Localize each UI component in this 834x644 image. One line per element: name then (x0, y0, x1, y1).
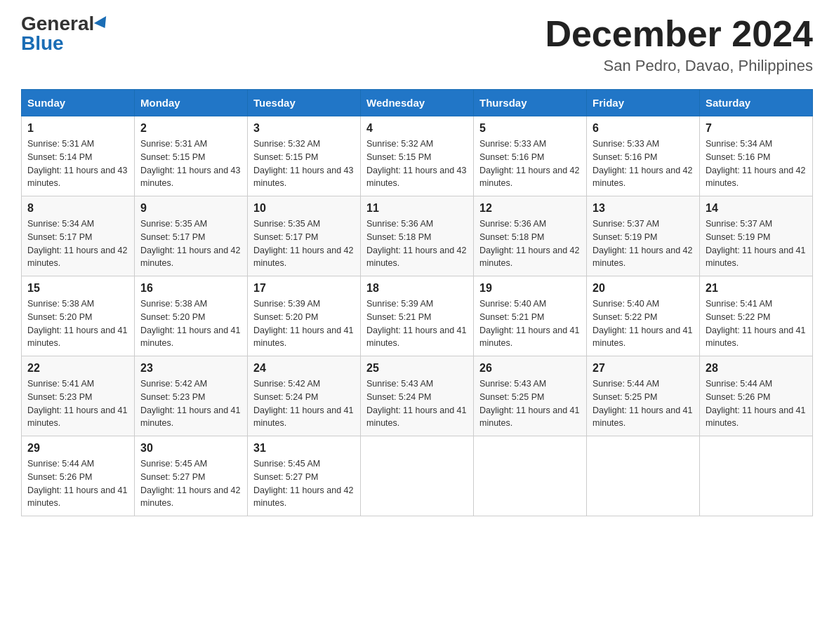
table-row: 20 Sunrise: 5:40 AM Sunset: 5:22 PM Dayl… (587, 276, 700, 356)
logo-general-text: General (21, 14, 94, 34)
day-number: 19 (479, 282, 581, 295)
table-row: 14 Sunrise: 5:37 AM Sunset: 5:19 PM Dayl… (700, 196, 813, 276)
table-row: 4 Sunrise: 5:32 AM Sunset: 5:15 PM Dayli… (361, 116, 474, 196)
header-monday: Monday (135, 90, 248, 116)
day-info: Sunrise: 5:31 AM Sunset: 5:14 PM Dayligh… (27, 137, 128, 190)
table-row: 29 Sunrise: 5:44 AM Sunset: 5:26 PM Dayl… (22, 436, 135, 516)
day-number: 21 (706, 282, 807, 295)
table-row: 30 Sunrise: 5:45 AM Sunset: 5:27 PM Dayl… (135, 436, 248, 516)
day-info: Sunrise: 5:44 AM Sunset: 5:25 PM Dayligh… (593, 377, 694, 430)
day-number: 15 (27, 282, 128, 295)
day-info: Sunrise: 5:41 AM Sunset: 5:22 PM Dayligh… (706, 297, 807, 350)
location-subtitle: San Pedro, Davao, Philippines (545, 57, 813, 75)
day-info: Sunrise: 5:39 AM Sunset: 5:20 PM Dayligh… (253, 297, 355, 350)
day-info: Sunrise: 5:34 AM Sunset: 5:16 PM Dayligh… (706, 137, 807, 190)
table-row: 28 Sunrise: 5:44 AM Sunset: 5:26 PM Dayl… (700, 356, 813, 436)
day-number: 14 (706, 202, 807, 215)
page-header: General Blue December 2024 San Pedro, Da… (21, 14, 813, 75)
header-thursday: Thursday (474, 90, 587, 116)
table-row: 5 Sunrise: 5:33 AM Sunset: 5:16 PM Dayli… (474, 116, 587, 196)
day-info: Sunrise: 5:31 AM Sunset: 5:15 PM Dayligh… (140, 137, 241, 190)
header-tuesday: Tuesday (248, 90, 361, 116)
table-row: 23 Sunrise: 5:42 AM Sunset: 5:23 PM Dayl… (135, 356, 248, 436)
day-info: Sunrise: 5:32 AM Sunset: 5:15 PM Dayligh… (366, 137, 468, 190)
logo-blue-text: Blue (21, 34, 64, 53)
table-row: 8 Sunrise: 5:34 AM Sunset: 5:17 PM Dayli… (22, 196, 135, 276)
logo: General Blue (21, 14, 110, 53)
day-number: 17 (253, 282, 355, 295)
day-number: 9 (140, 202, 241, 215)
day-number: 8 (27, 202, 128, 215)
day-info: Sunrise: 5:42 AM Sunset: 5:24 PM Dayligh… (253, 377, 355, 430)
title-section: December 2024 San Pedro, Davao, Philippi… (545, 14, 813, 75)
table-row: 9 Sunrise: 5:35 AM Sunset: 5:17 PM Dayli… (135, 196, 248, 276)
table-row: 22 Sunrise: 5:41 AM Sunset: 5:23 PM Dayl… (22, 356, 135, 436)
day-number: 31 (253, 442, 355, 455)
calendar-week-row: 22 Sunrise: 5:41 AM Sunset: 5:23 PM Dayl… (22, 356, 813, 436)
weekday-header-row: Sunday Monday Tuesday Wednesday Thursday… (22, 90, 813, 116)
day-info: Sunrise: 5:36 AM Sunset: 5:18 PM Dayligh… (366, 217, 468, 270)
table-row: 2 Sunrise: 5:31 AM Sunset: 5:15 PM Dayli… (135, 116, 248, 196)
day-number: 25 (366, 362, 468, 375)
calendar-week-row: 15 Sunrise: 5:38 AM Sunset: 5:20 PM Dayl… (22, 276, 813, 356)
day-number: 13 (593, 202, 694, 215)
table-row: 17 Sunrise: 5:39 AM Sunset: 5:20 PM Dayl… (248, 276, 361, 356)
day-info: Sunrise: 5:34 AM Sunset: 5:17 PM Dayligh… (27, 217, 128, 270)
day-info: Sunrise: 5:33 AM Sunset: 5:16 PM Dayligh… (479, 137, 581, 190)
table-row: 7 Sunrise: 5:34 AM Sunset: 5:16 PM Dayli… (700, 116, 813, 196)
day-number: 6 (593, 122, 694, 135)
calendar-table: Sunday Monday Tuesday Wednesday Thursday… (21, 89, 813, 516)
table-row: 1 Sunrise: 5:31 AM Sunset: 5:14 PM Dayli… (22, 116, 135, 196)
day-number: 27 (593, 362, 694, 375)
table-row: 24 Sunrise: 5:42 AM Sunset: 5:24 PM Dayl… (248, 356, 361, 436)
table-row (361, 436, 474, 516)
table-row (700, 436, 813, 516)
table-row: 12 Sunrise: 5:36 AM Sunset: 5:18 PM Dayl… (474, 196, 587, 276)
table-row: 3 Sunrise: 5:32 AM Sunset: 5:15 PM Dayli… (248, 116, 361, 196)
table-row: 6 Sunrise: 5:33 AM Sunset: 5:16 PM Dayli… (587, 116, 700, 196)
table-row: 13 Sunrise: 5:37 AM Sunset: 5:19 PM Dayl… (587, 196, 700, 276)
day-info: Sunrise: 5:44 AM Sunset: 5:26 PM Dayligh… (706, 377, 807, 430)
day-info: Sunrise: 5:40 AM Sunset: 5:22 PM Dayligh… (593, 297, 694, 350)
header-sunday: Sunday (22, 90, 135, 116)
header-friday: Friday (587, 90, 700, 116)
day-number: 26 (479, 362, 581, 375)
day-number: 22 (27, 362, 128, 375)
day-info: Sunrise: 5:42 AM Sunset: 5:23 PM Dayligh… (140, 377, 241, 430)
day-number: 3 (253, 122, 355, 135)
day-info: Sunrise: 5:37 AM Sunset: 5:19 PM Dayligh… (706, 217, 807, 270)
day-info: Sunrise: 5:41 AM Sunset: 5:23 PM Dayligh… (27, 377, 128, 430)
table-row: 11 Sunrise: 5:36 AM Sunset: 5:18 PM Dayl… (361, 196, 474, 276)
day-info: Sunrise: 5:43 AM Sunset: 5:24 PM Dayligh… (366, 377, 468, 430)
day-number: 4 (366, 122, 468, 135)
calendar-week-row: 29 Sunrise: 5:44 AM Sunset: 5:26 PM Dayl… (22, 436, 813, 516)
day-info: Sunrise: 5:38 AM Sunset: 5:20 PM Dayligh… (140, 297, 241, 350)
table-row: 31 Sunrise: 5:45 AM Sunset: 5:27 PM Dayl… (248, 436, 361, 516)
day-number: 23 (140, 362, 241, 375)
table-row (474, 436, 587, 516)
table-row: 15 Sunrise: 5:38 AM Sunset: 5:20 PM Dayl… (22, 276, 135, 356)
day-number: 2 (140, 122, 241, 135)
day-number: 30 (140, 442, 241, 455)
day-info: Sunrise: 5:43 AM Sunset: 5:25 PM Dayligh… (479, 377, 581, 430)
day-info: Sunrise: 5:33 AM Sunset: 5:16 PM Dayligh… (593, 137, 694, 190)
day-info: Sunrise: 5:35 AM Sunset: 5:17 PM Dayligh… (140, 217, 241, 270)
day-number: 28 (706, 362, 807, 375)
month-title: December 2024 (545, 14, 813, 54)
logo-arrow-icon (94, 16, 111, 32)
table-row: 16 Sunrise: 5:38 AM Sunset: 5:20 PM Dayl… (135, 276, 248, 356)
table-row: 19 Sunrise: 5:40 AM Sunset: 5:21 PM Dayl… (474, 276, 587, 356)
day-info: Sunrise: 5:39 AM Sunset: 5:21 PM Dayligh… (366, 297, 468, 350)
calendar-week-row: 8 Sunrise: 5:34 AM Sunset: 5:17 PM Dayli… (22, 196, 813, 276)
table-row (587, 436, 700, 516)
day-number: 29 (27, 442, 128, 455)
day-number: 10 (253, 202, 355, 215)
day-number: 16 (140, 282, 241, 295)
table-row: 18 Sunrise: 5:39 AM Sunset: 5:21 PM Dayl… (361, 276, 474, 356)
day-number: 11 (366, 202, 468, 215)
header-saturday: Saturday (700, 90, 813, 116)
table-row: 10 Sunrise: 5:35 AM Sunset: 5:17 PM Dayl… (248, 196, 361, 276)
day-number: 24 (253, 362, 355, 375)
day-info: Sunrise: 5:35 AM Sunset: 5:17 PM Dayligh… (253, 217, 355, 270)
table-row: 26 Sunrise: 5:43 AM Sunset: 5:25 PM Dayl… (474, 356, 587, 436)
